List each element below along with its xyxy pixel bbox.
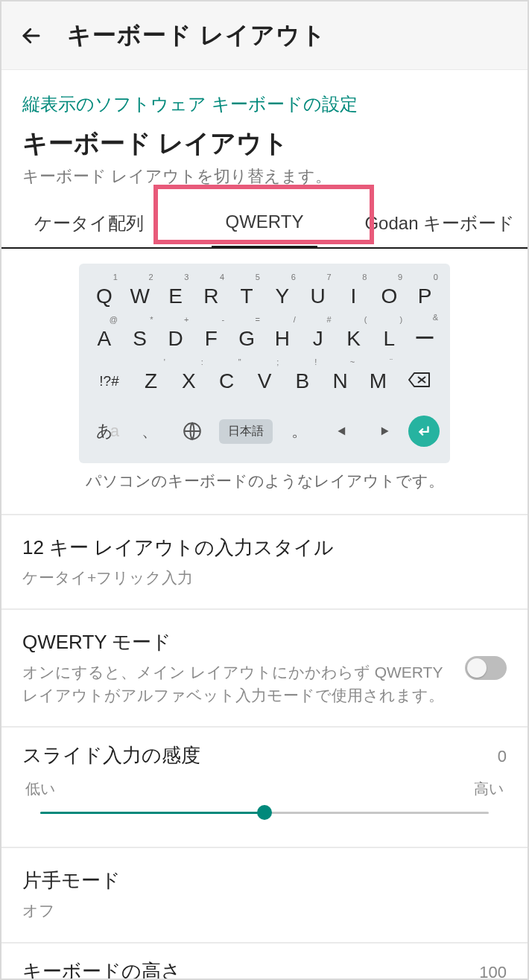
- enter-key[interactable]: [408, 410, 440, 453]
- kana-hint: a: [110, 421, 119, 441]
- key-d[interactable]: +D: [158, 321, 194, 357]
- back-icon[interactable]: [16, 21, 46, 51]
- setting-one-hand[interactable]: 片手モード オフ: [1, 848, 528, 941]
- setting-12key[interactable]: 12 キー レイアウトの入力スタイル ケータイ+フリック入力: [1, 515, 528, 608]
- setting-qwerty-sub: オンにすると、メイン レイアウトにかかわらず QWERTY レイアウトがアルファ…: [22, 661, 453, 707]
- setting-12key-sub: ケータイ+フリック入力: [22, 567, 507, 589]
- symbols-key[interactable]: !?#: [86, 367, 132, 395]
- key-w[interactable]: 2W: [122, 279, 158, 314]
- keyboard-caption: パソコンのキーボードのようなレイアウトです。: [79, 471, 450, 491]
- switch-knob: [467, 658, 487, 678]
- globe-key[interactable]: [174, 416, 211, 447]
- key-n[interactable]: ~N: [321, 363, 359, 399]
- comma-key[interactable]: 、: [132, 414, 168, 448]
- appbar-title: キーボード レイアウト: [67, 19, 326, 52]
- key-z[interactable]: 'Z: [132, 363, 170, 399]
- enter-icon: [416, 423, 432, 439]
- key-c[interactable]: "C: [208, 363, 246, 399]
- key-q[interactable]: 1Q: [86, 279, 122, 314]
- language-chip[interactable]: 日本語: [217, 413, 275, 450]
- key-v[interactable]: ;V: [246, 363, 284, 399]
- keyboard-preview: 1Q2W3E4R5T6Y7U8I9O0P @A*S+D-F=G/H#J(K)L&…: [1, 259, 528, 500]
- setting-qwerty-title: QWERTY モード: [22, 629, 453, 655]
- slide-value: 0: [498, 747, 507, 766]
- symbols-key-label: !?#: [99, 373, 118, 389]
- key-o[interactable]: 9O: [371, 279, 407, 314]
- height-title: キーボードの高さ: [22, 958, 181, 980]
- tab-keitai[interactable]: ケータイ配列: [1, 201, 177, 247]
- section-title: キーボード レイアウト: [22, 127, 507, 161]
- one-hand-sub: オフ: [22, 900, 507, 922]
- globe-icon: [183, 421, 202, 441]
- setting-keyboard-height: キーボードの高さ 100 低い 高い: [1, 944, 528, 980]
- slide-low-label: 低い: [25, 779, 55, 799]
- section-eyebrow: 縦表示のソフトウェア キーボードの設定: [22, 92, 507, 116]
- key-b[interactable]: !B: [283, 363, 321, 399]
- key-h[interactable]: /H: [264, 321, 300, 357]
- app-bar: キーボード レイアウト: [1, 1, 528, 70]
- tab-godan[interactable]: Godan キーボード: [352, 201, 528, 247]
- key-a[interactable]: @A: [86, 321, 122, 357]
- svg-marker-6: [381, 427, 388, 435]
- kana-toggle-key[interactable]: あa: [89, 414, 126, 448]
- period-key[interactable]: 。: [281, 414, 317, 448]
- arrow-right-icon: [379, 426, 390, 436]
- backspace-icon: [408, 372, 431, 388]
- setting-qwerty-mode[interactable]: QWERTY モード オンにすると、メイン レイアウトにかかわらず QWERTY…: [1, 610, 528, 726]
- key-y[interactable]: 6Y: [264, 279, 300, 314]
- layout-tabs: ケータイ配列 QWERTY Godan キーボード: [1, 201, 528, 249]
- slide-high-label: 高い: [474, 779, 504, 799]
- key-e[interactable]: 3E: [158, 279, 194, 314]
- slide-title: スライド入力の感度: [22, 742, 200, 769]
- key-ー[interactable]: &ー: [407, 319, 443, 359]
- key-m[interactable]: ¨M: [359, 363, 397, 399]
- arrow-right-key[interactable]: [366, 420, 402, 442]
- setting-12key-title: 12 キー レイアウトの入力スタイル: [22, 535, 507, 561]
- tab-qwerty[interactable]: QWERTY: [177, 201, 352, 247]
- svg-marker-5: [338, 427, 345, 435]
- key-r[interactable]: 4R: [193, 279, 229, 314]
- setting-slide-sensitivity: スライド入力の感度 0 低い 高い: [1, 728, 528, 847]
- arrow-left-key[interactable]: [323, 420, 360, 442]
- backspace-key[interactable]: [397, 363, 443, 399]
- arrow-left-icon: [337, 426, 347, 436]
- key-j[interactable]: #J: [300, 321, 336, 357]
- key-u[interactable]: 7U: [300, 279, 336, 314]
- section-subtitle: キーボード レイアウトを切り替えます。: [22, 165, 507, 188]
- section-header: 縦表示のソフトウェア キーボードの設定 キーボード レイアウト キーボード レイ…: [1, 70, 528, 201]
- key-f[interactable]: -F: [193, 321, 229, 357]
- one-hand-title: 片手モード: [22, 868, 507, 894]
- key-l[interactable]: )L: [371, 321, 407, 357]
- key-t[interactable]: 5T: [229, 279, 264, 314]
- slide-slider[interactable]: [40, 799, 489, 826]
- key-x[interactable]: :X: [170, 363, 208, 399]
- key-i[interactable]: 8I: [336, 279, 372, 314]
- key-k[interactable]: (K: [336, 321, 372, 357]
- key-s[interactable]: *S: [122, 321, 158, 357]
- key-p[interactable]: 0P: [407, 279, 443, 314]
- key-g[interactable]: =G: [229, 321, 264, 357]
- qwerty-mode-switch[interactable]: [465, 656, 507, 680]
- height-value: 100: [479, 963, 507, 980]
